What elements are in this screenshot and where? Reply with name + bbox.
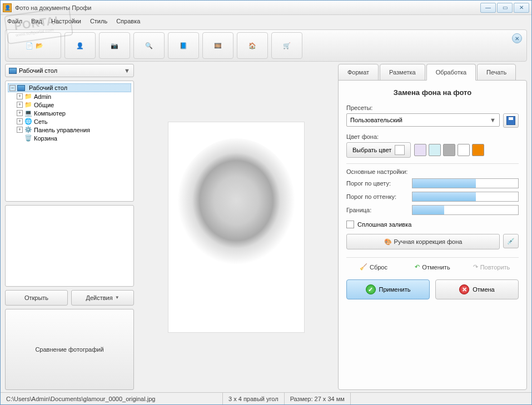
home-icon: 🏠 xyxy=(248,42,256,49)
menu-style[interactable]: Стиль xyxy=(86,16,112,26)
toolbar-camera[interactable]: 📷 xyxy=(99,32,130,59)
swatch-1[interactable] xyxy=(414,144,426,156)
desktop-icon xyxy=(9,68,17,74)
app-icon xyxy=(3,3,12,12)
toolbar: 📄 📂 👤 📷 🔍 📘 🎞️ 🏠 🛒 ✕ xyxy=(5,29,527,62)
menu-help[interactable]: Справка xyxy=(112,16,145,26)
path-selector[interactable]: Рабочий стол ▼ xyxy=(5,64,134,77)
swatch-4[interactable] xyxy=(458,144,470,156)
pick-color-button[interactable]: Выбрать цвет xyxy=(346,142,411,158)
tree-root-label: Рабочий стол xyxy=(29,84,67,91)
presets-label: Пресеты: xyxy=(346,104,519,111)
tab-print[interactable]: Печать xyxy=(477,64,516,81)
folder-tree[interactable]: − Рабочий стол +📁Admin +📁Общие +💻Компьют… xyxy=(5,81,134,202)
status-path: C:\Users\Admin\Documents\glamour_0000_or… xyxy=(1,393,223,404)
shopping-cart-icon: 🛒 xyxy=(283,42,291,49)
slider-hue[interactable] xyxy=(412,192,519,202)
save-preset-button[interactable] xyxy=(503,113,519,128)
desktop-icon xyxy=(17,85,25,91)
tree-item-network[interactable]: +🌐Сеть xyxy=(16,117,131,126)
toolbar-cart[interactable]: 🛒 xyxy=(271,32,302,59)
swatch-3[interactable] xyxy=(443,144,455,156)
menu-settings[interactable]: Настройки xyxy=(47,16,86,26)
toolbar-home[interactable]: 🏠 xyxy=(237,32,268,59)
photo-canvas xyxy=(138,64,334,390)
toolbar-user-search[interactable]: 👤 xyxy=(64,32,96,59)
expand-icon[interactable]: + xyxy=(17,118,23,124)
tree-item-admin[interactable]: +📁Admin xyxy=(16,92,131,101)
close-button[interactable]: ✕ xyxy=(514,3,529,13)
maximize-button[interactable]: ▭ xyxy=(497,3,513,13)
menu-view[interactable]: Вид xyxy=(27,16,47,26)
preset-select[interactable]: Пользовательский ▼ xyxy=(346,113,500,127)
bgcolor-label: Цвет фона: xyxy=(346,133,519,140)
toolbar-new-open[interactable]: 📄 📂 xyxy=(8,32,61,59)
chevron-down-icon: ▼ xyxy=(115,295,120,300)
controlpanel-icon: ⚙️ xyxy=(24,126,32,133)
cancel-button[interactable]: ✕ Отмена xyxy=(435,279,519,299)
trash-icon: 🗑️ xyxy=(24,134,32,142)
undo-button[interactable]: ↶Отменить xyxy=(405,263,460,271)
user-search-icon: 👤 xyxy=(76,42,84,49)
network-icon: 🌐 xyxy=(24,118,32,125)
toolbar-film[interactable]: 🎞️ xyxy=(202,32,233,59)
slider-color[interactable] xyxy=(412,178,519,188)
eyedropper-button[interactable]: 💉 xyxy=(503,234,519,248)
palette-icon: 🎨 xyxy=(384,238,392,246)
status-size: Размер: 27 x 34 мм xyxy=(285,393,351,404)
panel-title: Замена фона на фото xyxy=(346,88,519,97)
thumbnail-area xyxy=(5,205,134,287)
chevron-down-icon: ▼ xyxy=(490,117,496,123)
actions-button[interactable]: Действия▼ xyxy=(71,290,134,306)
tab-layout[interactable]: Разметка xyxy=(380,64,425,81)
window-title: Фото на документы Профи xyxy=(15,4,480,11)
tree-item-computer[interactable]: +💻Компьютер xyxy=(16,109,131,117)
statusbar: C:\Users\Admin\Documents\glamour_0000_or… xyxy=(1,392,531,404)
toolbar-close-icon[interactable]: ✕ xyxy=(512,33,522,43)
slider-border[interactable] xyxy=(412,205,519,215)
help-book-icon: 📘 xyxy=(180,42,187,49)
slider-color-label: Порог по цвету: xyxy=(346,180,407,187)
film-reel-icon: 🎞️ xyxy=(214,42,222,49)
expand-icon[interactable]: + xyxy=(17,93,23,99)
reset-button[interactable]: 🧹Сброс xyxy=(346,263,401,271)
camera-icon: 📷 xyxy=(111,42,118,49)
color-swatches xyxy=(414,144,484,156)
menubar: Файл Вид Настройки Стиль Справка xyxy=(1,15,531,27)
minimize-button[interactable]: — xyxy=(480,3,496,13)
tree-item-trash[interactable]: 🗑️Корзина xyxy=(16,134,131,142)
swatch-5[interactable] xyxy=(472,144,484,156)
menu-file[interactable]: Файл xyxy=(3,16,27,26)
eyedropper-icon: 💉 xyxy=(507,238,515,245)
tree-item-controlpanel[interactable]: +⚙️Панель управления xyxy=(16,126,131,134)
tab-processing[interactable]: Обработка xyxy=(426,64,476,81)
photo-portrait xyxy=(175,138,297,316)
expand-icon[interactable]: + xyxy=(17,102,23,108)
photo-frame xyxy=(168,122,305,333)
compare-photos-button[interactable]: Сравнение фотографий xyxy=(5,309,134,391)
cancel-icon: ✕ xyxy=(459,284,469,294)
slider-border-label: Граница: xyxy=(346,207,407,213)
computer-icon: 💻 xyxy=(24,109,32,117)
swatch-2[interactable] xyxy=(429,144,441,156)
preset-value: Пользовательский xyxy=(350,117,402,123)
apply-button[interactable]: ✓ Применить xyxy=(346,279,430,299)
collapse-icon[interactable]: − xyxy=(9,85,16,91)
solid-fill-checkbox[interactable] xyxy=(346,221,354,228)
expand-icon[interactable]: + xyxy=(17,110,23,116)
toolbar-help-book[interactable]: 📘 xyxy=(168,32,199,59)
redo-button[interactable]: ↷Повторить xyxy=(464,263,519,271)
tree-item-public[interactable]: +📁Общие xyxy=(16,101,131,109)
tree-root[interactable]: − Рабочий стол xyxy=(8,83,131,92)
photo-zoom-icon: 🔍 xyxy=(145,42,153,49)
redo-icon: ↷ xyxy=(473,263,478,271)
brush-icon: 🧹 xyxy=(360,263,367,271)
solid-fill-label: Сплошная заливка xyxy=(357,221,411,228)
path-selector-label: Рабочий стол xyxy=(19,67,57,74)
tab-format[interactable]: Формат xyxy=(338,64,379,81)
expand-icon[interactable]: + xyxy=(17,127,23,133)
manual-correction-button[interactable]: 🎨 Ручная коррекция фона xyxy=(346,234,500,249)
main-settings-label: Основные настройки: xyxy=(346,168,519,175)
toolbar-photo-zoom[interactable]: 🔍 xyxy=(133,32,165,59)
open-button[interactable]: Открыть xyxy=(5,290,68,306)
